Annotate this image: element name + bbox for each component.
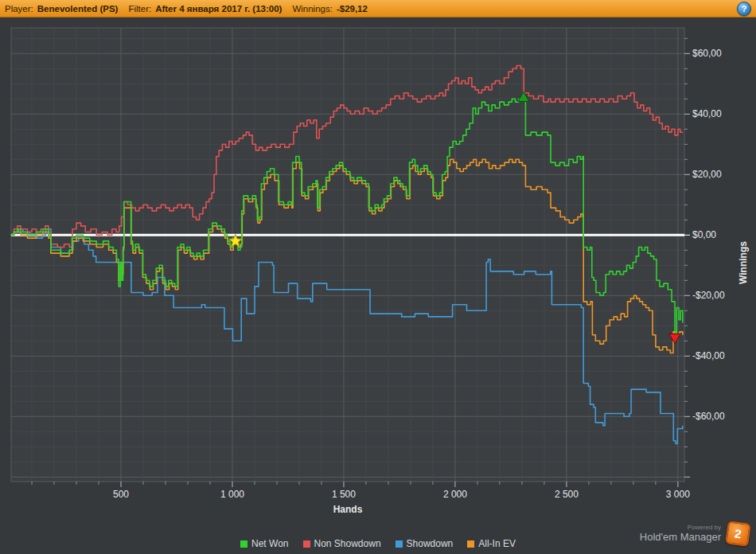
y-tick-label: -$40,00 [692,350,725,361]
y-tick-label: -$60,00 [692,411,725,422]
legend-label: Net Won [251,538,288,549]
brand-name: Hold'em Manager [640,532,721,543]
legend-swatch-icon [396,540,403,548]
x-axis-title: Hands [333,504,363,515]
x-tick-label: 2 000 [443,489,467,500]
legend-label: Showdown [407,538,454,549]
legend-swatch-icon [240,540,247,548]
legend-item-non-showdown[interactable]: Non Showdown [303,538,381,549]
legend-label: Non Showdown [314,538,381,549]
legend-item-all-in-ev[interactable]: All-In EV [467,538,516,549]
x-tick-label: 2 500 [555,489,579,500]
y-tick-label: $20,00 [692,169,722,180]
x-tick-label: 500 [113,489,129,500]
legend-item-showdown[interactable]: Showdown [396,538,454,549]
legend-swatch-icon [303,540,310,548]
y-axis-title: Winnings [738,241,749,284]
hm2-graph-window: Player: Benevolented (PS) Filter: After … [0,0,756,554]
y-tick-label: $0,00 [692,229,716,240]
winnings-chart: $60,00$40,00$20,00$0,00-$20,00-$40,00-$6… [0,0,756,554]
y-tick-label: $40,00 [692,108,722,119]
y-tick-label: -$20,00 [692,290,725,301]
hm2-logo-icon: 2 [725,521,751,547]
legend-swatch-icon [467,540,474,548]
legend-item-net-won[interactable]: Net Won [240,538,288,549]
x-tick-label: 1 500 [332,489,356,500]
hm2-brand: Powered by Hold'em Manager 2 [640,522,750,545]
y-tick-label: $60,00 [692,48,722,59]
x-tick-label: 1 000 [220,489,244,500]
x-tick-label: 3 000 [666,489,690,500]
legend-label: All-In EV [478,538,516,549]
